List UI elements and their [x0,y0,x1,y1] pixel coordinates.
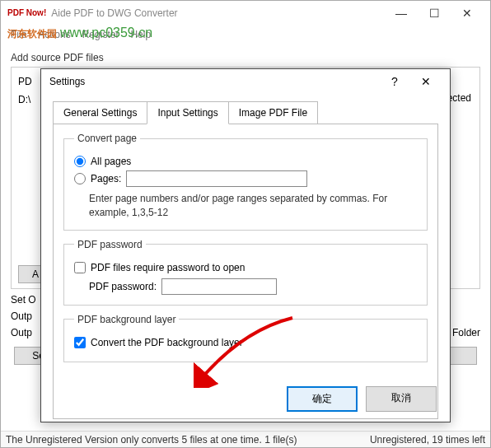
dialog-help-icon[interactable]: ? [379,70,410,93]
menu-register[interactable]: Register [82,29,119,40]
menu-file[interactable]: File [11,29,26,40]
window-controls: — ☐ ✕ [385,2,484,25]
main-window-titlebar: PDF Now! Aide PDF to DWG Converter — ☐ ✕ [1,1,490,26]
settings-dialog: Settings ? ✕ General Settings Input Sett… [40,68,451,422]
radio-all-pages[interactable] [74,156,86,167]
legend-background-layer: PDF background layer [74,314,179,325]
tab-pane-input: Convert page All pages Pages: Enter page… [53,124,438,419]
status-left: The Unregistered Version only converts 5… [6,434,297,446]
tab-strip: General Settings Input Settings Image PD… [53,100,438,124]
menu-actions[interactable]: Actions [38,29,70,40]
label-require-password: PDF files require password to open [91,262,245,273]
label-all-pages: All pages [91,156,131,167]
dialog-body: General Settings Input Settings Image PD… [41,94,450,419]
dialog-close-icon[interactable]: ✕ [410,70,442,93]
app-logo: PDF Now! [7,9,46,17]
legend-pdf-password: PDF password [74,239,146,250]
hint-page-range: Enter page numbers and/or page ranges se… [89,192,417,220]
statusbar: The Unregistered Version only converts 5… [1,431,490,447]
tab-image[interactable]: Image PDF File [228,101,318,124]
checkbox-convert-background[interactable] [74,337,86,348]
menu-help[interactable]: Help [130,29,151,40]
window-title: Aide PDF to DWG Converter [51,7,177,19]
dialog-title: Settings [49,76,85,87]
label-convert-background: Convert the PDF background layer [91,337,243,348]
tab-general[interactable]: General Settings [53,101,147,124]
output-label-2: Outp [11,327,40,338]
input-page-range[interactable] [126,170,307,187]
file-path: D:\ [18,94,30,105]
legend-convert-page: Convert page [74,133,140,144]
menubar: File Actions Register Help 河东软件园www.pc03… [1,26,490,44]
label-pdf-password: PDF password: [89,281,157,292]
output-label-1: Outp [11,310,40,322]
label-pages: Pages: [91,173,121,184]
dialog-titlebar: Settings ? ✕ [41,69,450,94]
group-convert-page: Convert page All pages Pages: Enter page… [63,133,428,231]
input-pdf-password[interactable] [161,278,277,295]
tab-input[interactable]: Input Settings [147,101,228,124]
status-right: Unregistered, 19 times left [370,434,485,446]
close-button[interactable]: ✕ [451,2,484,25]
set-output-fragment: Set O [11,294,40,306]
minimize-button[interactable]: — [385,2,418,25]
col-header-pd: PD [18,76,32,87]
group-pdf-password: PDF password PDF files require password … [63,239,428,306]
add-source-label: Add source PDF files [11,52,480,63]
radio-pages[interactable] [74,173,86,184]
maximize-button[interactable]: ☐ [418,2,451,25]
group-background-layer: PDF background layer Convert the PDF bac… [63,314,428,362]
checkbox-require-password[interactable] [74,262,86,273]
